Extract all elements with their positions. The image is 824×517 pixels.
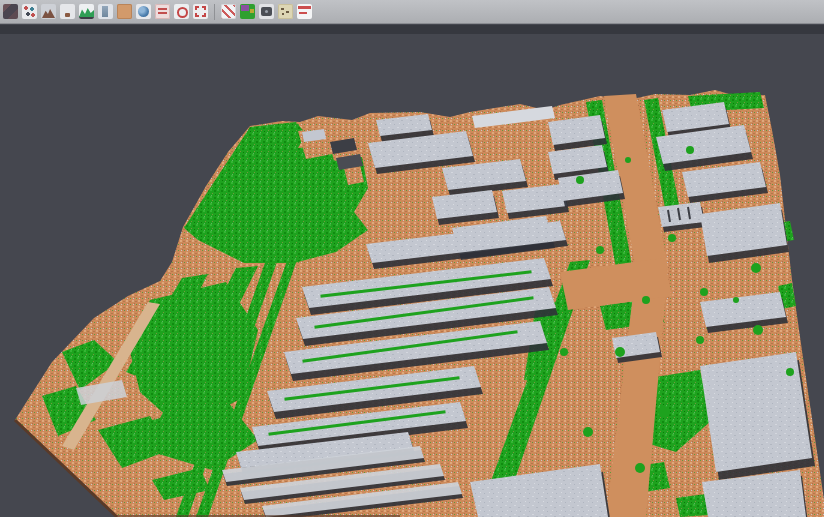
texture-icon[interactable] xyxy=(278,4,293,19)
camera-icon[interactable] xyxy=(259,4,274,19)
toolbar xyxy=(0,0,824,24)
target-icon[interactable] xyxy=(174,4,189,19)
globe-icon[interactable] xyxy=(136,4,151,19)
dem-icon[interactable] xyxy=(41,4,56,19)
marker-icon[interactable] xyxy=(60,4,75,19)
toolbar-separator xyxy=(214,4,215,20)
3d-viewport[interactable] xyxy=(0,0,824,517)
tie-points-icon[interactable] xyxy=(22,4,37,19)
classified-colors-icon[interactable] xyxy=(240,4,255,19)
mesh-terrain-icon[interactable] xyxy=(79,4,94,19)
viewport-top-band xyxy=(0,25,824,34)
classify-list-icon[interactable] xyxy=(155,4,170,19)
dense-cloud-icon[interactable] xyxy=(3,4,18,19)
model-icon[interactable] xyxy=(98,4,113,19)
region-bounds-icon[interactable] xyxy=(193,4,208,19)
measure-icon[interactable] xyxy=(297,4,312,19)
filter-points-icon[interactable] xyxy=(221,4,236,19)
application-window xyxy=(0,0,824,517)
orthomosaic-icon[interactable] xyxy=(117,4,132,19)
